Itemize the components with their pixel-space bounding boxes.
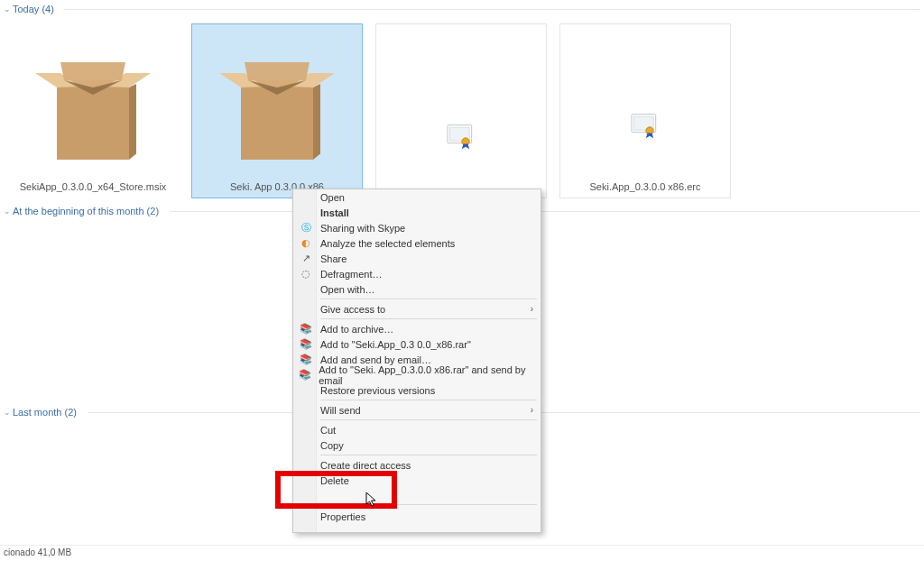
chevron-down-icon: ⌄ (4, 408, 11, 417)
group-label: Last month (2) (13, 407, 77, 418)
menu-add-archive[interactable]: 📚Add to archive… (293, 321, 541, 336)
group-header-today[interactable]: ⌄ Today (4) (0, 0, 924, 16)
menu-open[interactable]: Open (293, 189, 541, 205)
menu-label: Delete (320, 475, 349, 486)
status-bar: cionado 41,0 MB (0, 545, 924, 561)
menu-label: Add to "Seki.App_0.3 0.0_x86.rar" (320, 339, 471, 350)
menu-delete[interactable]: Delete (293, 473, 541, 488)
menu-properties[interactable]: Properties (293, 507, 541, 527)
menu-sharing-skype[interactable]: ⓈSharing with Skype (293, 220, 541, 235)
menu-label: Create direct access (320, 460, 411, 471)
svg-marker-0 (57, 87, 129, 160)
file-row-today: SekiApp_0.3.0.0_x64_Store.msix Seki. App… (0, 16, 924, 198)
menu-install[interactable]: Install (293, 205, 541, 220)
submenu-arrow-icon: › (531, 405, 533, 415)
file-item-cert-2[interactable]: Seki.App_0.3.0.0 x86.erc (559, 23, 731, 198)
menu-analyze[interactable]: ◐Analyze the selected elements (293, 235, 541, 251)
menu-add-rar1[interactable]: 📚Add to "Seki.App_0.3 0.0_x86.rar" (293, 336, 541, 352)
file-item-msix-2-selected[interactable]: Seki. App 0.3.0.0 x86 (191, 23, 363, 198)
group-label: Today (4) (13, 4, 54, 14)
package-icon (21, 50, 165, 176)
menu-open-with[interactable]: Open with… (293, 281, 541, 297)
menu-give-access[interactable]: Give access to › (293, 301, 541, 317)
group-label: At the beginning of this month (2) (13, 206, 159, 216)
svg-marker-2 (129, 84, 136, 160)
menu-label: Share (320, 253, 346, 264)
menu-label: Restore previous versions (320, 385, 435, 396)
defragment-icon: ◌ (297, 268, 315, 280)
status-text: cionado 41,0 MB (4, 547, 71, 557)
menu-separator (320, 504, 537, 505)
svg-marker-9 (313, 84, 320, 160)
menu-separator (320, 455, 537, 455)
svg-marker-7 (241, 87, 313, 160)
winrar-icon: 📚 (297, 338, 315, 350)
chevron-down-icon: ⌄ (4, 5, 11, 14)
menu-share[interactable]: ↗Share (293, 251, 541, 266)
share-icon: ↗ (297, 253, 315, 264)
file-label: SekiApp_0.3.0.0_x64_Store.msix (13, 181, 173, 192)
menu-label: Give access to (320, 304, 385, 315)
menu-add-rar-send[interactable]: 📚Add to "Seki. App_0.3.0.0 x86.rar" and … (293, 367, 541, 382)
menu-label: Add to archive… (320, 324, 393, 335)
menu-label: Cut (320, 425, 336, 436)
winrar-icon: 📚 (297, 323, 315, 335)
winrar-icon: 📚 (297, 369, 313, 381)
svg-marker-5 (60, 62, 125, 80)
menu-label: Open with… (320, 284, 375, 295)
menu-label: Copy (320, 440, 344, 451)
menu-defragment[interactable]: ◌Defragment… (293, 266, 541, 281)
menu-separator (320, 419, 537, 420)
menu-label: Open (320, 192, 345, 203)
menu-create-direct[interactable]: Create direct access (293, 457, 541, 473)
file-item-cert-1[interactable] (375, 23, 547, 198)
context-menu: Open Install ⓈSharing with Skype ◐Analyz… (292, 189, 541, 533)
menu-copy[interactable]: Copy (293, 437, 541, 453)
skype-icon: Ⓢ (297, 221, 315, 235)
menu-separator (320, 400, 537, 400)
menu-label: Install (320, 207, 349, 218)
menu-restore-prev[interactable]: Restore previous versions (293, 382, 541, 398)
certificate-icon (446, 124, 476, 151)
file-item-msix-1[interactable]: SekiApp_0.3.0.0_x64_Store.msix (7, 23, 179, 198)
analyze-icon: ◐ (297, 237, 315, 249)
menu-label: Analyze the selected elements (320, 238, 455, 249)
package-icon (205, 50, 349, 176)
menu-label: Defragment… (320, 269, 382, 280)
submenu-arrow-icon: › (531, 304, 533, 314)
menu-cut[interactable]: Cut (293, 422, 541, 437)
menu-label: Will send (320, 405, 361, 416)
file-label: Seki.App_0.3.0.0 x86.erc (565, 181, 725, 192)
menu-label: Sharing with Skype (320, 223, 405, 234)
menu-separator (320, 299, 537, 299)
winrar-icon: 📚 (297, 354, 315, 365)
menu-separator (320, 318, 537, 319)
certificate-icon (630, 113, 661, 140)
chevron-down-icon: ⌄ (4, 207, 11, 216)
menu-label: Properties (320, 511, 365, 522)
menu-will-send[interactable]: Will send › (293, 402, 541, 418)
svg-marker-12 (245, 62, 310, 80)
